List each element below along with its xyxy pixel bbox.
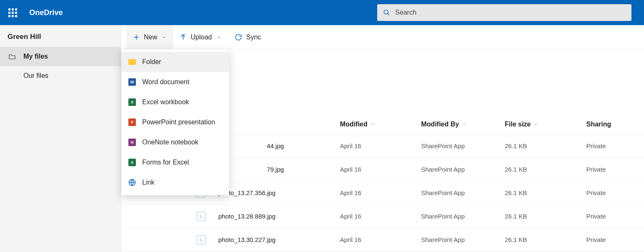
file-sharing: Private — [586, 166, 628, 173]
link-icon — [128, 178, 136, 187]
search-box[interactable] — [377, 4, 631, 21]
folder-icon — [128, 58, 136, 66]
search-icon — [383, 9, 390, 16]
column-header-modified-by[interactable]: Modified By — [421, 121, 505, 128]
word-icon: W — [128, 78, 136, 86]
new-button[interactable]: New — [126, 25, 173, 49]
forms-icon: X — [128, 158, 136, 167]
sync-button[interactable]: Sync — [228, 25, 268, 49]
sync-label: Sync — [246, 33, 261, 41]
search-input[interactable] — [395, 9, 626, 16]
powerpoint-icon: P — [128, 118, 136, 126]
upload-icon — [180, 34, 187, 41]
column-header-modified[interactable]: Modified — [340, 121, 421, 128]
file-size: 26.1 KB — [505, 236, 586, 243]
upload-button[interactable]: Upload — [173, 25, 228, 49]
new-menu-excel[interactable]: X Excel workbook — [121, 92, 229, 112]
sidebar-item-label: Our files — [23, 72, 49, 80]
column-label: Modified — [340, 121, 368, 128]
sidebar-item-my-files[interactable]: My files — [0, 47, 121, 66]
sync-icon — [235, 33, 242, 41]
file-sharing: Private — [586, 189, 628, 196]
folder-icon — [8, 54, 16, 59]
image-thumbnail-icon — [197, 212, 206, 221]
file-modified-by: SharePoint App — [421, 142, 505, 149]
menu-item-label: Folder — [142, 58, 161, 66]
file-size: 26.1 KB — [505, 213, 586, 220]
onenote-icon: N — [128, 138, 136, 147]
column-label: File size — [505, 121, 531, 128]
plus-icon — [133, 34, 140, 41]
new-menu: Folder W Word document X Excel workbook … — [121, 49, 229, 195]
file-modified-by: SharePoint App — [421, 213, 505, 220]
app-name: OneDrive — [29, 8, 63, 17]
svg-point-10 — [200, 239, 201, 239]
file-modified: April 16 — [340, 166, 421, 173]
new-menu-powerpoint[interactable]: P PowerPoint presentation — [121, 112, 229, 132]
new-menu-word[interactable]: W Word document — [121, 72, 229, 92]
sidebar-item-our-files[interactable]: Our files — [0, 66, 121, 85]
file-sharing: Private — [586, 142, 628, 149]
new-menu-folder[interactable]: Folder — [121, 52, 229, 72]
file-size: 26.1 KB — [505, 189, 586, 196]
app-header: OneDrive — [0, 0, 644, 25]
file-name: photo_13.28.889.jpg — [218, 213, 276, 220]
tenant-name: Green Hill — [0, 25, 121, 47]
main-pane: New Upload Sync Folder W Word document — [121, 25, 644, 252]
column-label: Modified By — [421, 121, 459, 128]
waffle-icon — [8, 8, 17, 17]
file-modified: April 16 — [340, 142, 421, 149]
file-name: photo_13.30.227.jpg — [218, 236, 276, 243]
table-row[interactable]: photo_13.28.889.jpgApril 16SharePoint Ap… — [121, 205, 644, 228]
image-thumbnail-icon — [197, 235, 206, 244]
sidebar: Green Hill My files Our files — [0, 25, 121, 252]
file-sharing: Private — [586, 236, 628, 243]
chevron-down-icon — [370, 122, 375, 127]
excel-icon: X — [128, 98, 136, 106]
menu-item-label: Forms for Excel — [142, 159, 189, 166]
file-modified: April 16 — [340, 213, 421, 220]
table-row[interactable]: photo_13.30.227.jpgApril 16SharePoint Ap… — [121, 228, 644, 252]
menu-item-label: PowerPoint presentation — [142, 118, 215, 126]
chevron-down-icon — [462, 122, 467, 127]
column-label: Sharing — [586, 121, 611, 128]
file-modified-by: SharePoint App — [421, 189, 505, 196]
column-header-sharing[interactable]: Sharing — [586, 121, 628, 128]
new-menu-link[interactable]: Link — [121, 172, 229, 193]
file-modified-by: SharePoint App — [421, 166, 505, 173]
chevron-down-icon — [216, 35, 221, 40]
menu-item-label: Link — [142, 179, 154, 186]
file-name: 44.jpg — [267, 142, 284, 149]
command-bar: New Upload Sync — [121, 25, 644, 49]
chevron-down-icon — [161, 35, 166, 40]
svg-point-0 — [384, 10, 388, 14]
sidebar-item-label: My files — [23, 53, 48, 60]
file-name: 79.jpg — [267, 166, 284, 173]
file-modified-by: SharePoint App — [421, 236, 505, 243]
file-size: 26.1 KB — [505, 166, 586, 173]
column-header-file-size[interactable]: File size — [505, 121, 586, 128]
file-modified: April 16 — [340, 236, 421, 243]
svg-point-9 — [200, 215, 201, 216]
file-size: 26.1 KB — [505, 142, 586, 149]
chevron-down-icon — [533, 122, 538, 127]
file-modified: April 16 — [340, 189, 421, 196]
menu-item-label: Excel workbook — [142, 98, 189, 106]
upload-label: Upload — [191, 33, 212, 41]
svg-line-1 — [388, 13, 389, 15]
app-launcher-button[interactable] — [0, 0, 25, 25]
menu-item-label: Word document — [142, 78, 189, 86]
menu-item-label: OneNote notebook — [142, 139, 198, 146]
new-menu-onenote[interactable]: N OneNote notebook — [121, 132, 229, 152]
new-menu-forms[interactable]: X Forms for Excel — [121, 152, 229, 172]
file-sharing: Private — [586, 213, 628, 220]
new-label: New — [144, 33, 157, 41]
